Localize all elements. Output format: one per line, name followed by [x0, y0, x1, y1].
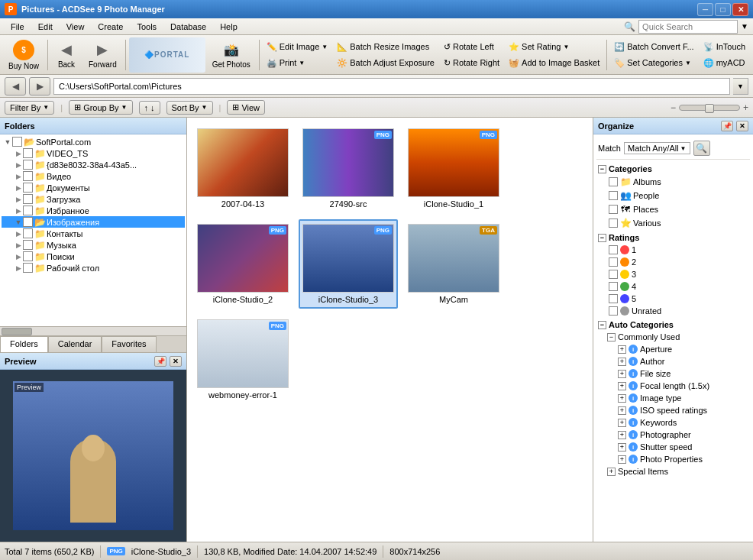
auto-cat-photographer[interactable]: + i Photographer	[596, 429, 750, 441]
expand-icon-fav[interactable]: ▶	[14, 206, 23, 215]
thumbnail-iclone1[interactable]: PNGiClone-Studio_1	[404, 124, 503, 213]
expand-icon-search[interactable]: ▶	[14, 252, 23, 261]
add-basket-button[interactable]: 🧺 Add to Image Basket	[505, 55, 603, 70]
ratings-header[interactable]: −Ratings	[596, 231, 750, 244]
expand-icon-music[interactable]: ▶	[14, 241, 23, 250]
special-items-header[interactable]: +Special Items	[596, 465, 750, 477]
folder-tree-item-search[interactable]: ▶📁Поиски	[2, 251, 185, 262]
folder-checkbox-video[interactable]	[23, 148, 33, 158]
folder-checkbox-download[interactable]	[23, 194, 33, 204]
tab-folders[interactable]: Folders	[0, 336, 48, 353]
view-button[interactable]: ⊞ View	[227, 100, 265, 115]
forward-button[interactable]: ▶ Forward	[83, 37, 122, 73]
match-action-button[interactable]: 🔍	[693, 141, 710, 156]
match-dropdown[interactable]: Match Any/All ▼	[624, 142, 690, 154]
thumbnail-mycam[interactable]: TGAMyCam	[404, 219, 503, 309]
tab-calendar[interactable]: Calendar	[48, 336, 102, 352]
buy-now-button[interactable]: $ Buy Now	[3, 37, 44, 73]
organize-pin-button[interactable]: 📌	[721, 121, 733, 131]
expand-icon-images[interactable]: ▼	[14, 218, 23, 227]
folder-tree[interactable]: ▼📂SoftPortal.com▶📁VIDEO_TS▶📁{d83e8032-38…	[0, 134, 186, 326]
auto-cat-shutter-speed[interactable]: + i Shutter speed	[596, 441, 750, 453]
preview-close-button[interactable]: ✕	[170, 356, 182, 367]
category-checkbox-albums[interactable]	[609, 177, 618, 186]
rating-2[interactable]: 2	[596, 256, 750, 268]
expand-icon-video2[interactable]: ▶	[14, 172, 23, 181]
menu-tools[interactable]: Tools	[131, 21, 163, 33]
expand-icon-docs[interactable]: ▶	[14, 183, 23, 193]
edit-image-button[interactable]: ✏️ Edit Image ▼	[263, 39, 332, 54]
thumbnail-2007[interactable]: 2007-04-13	[193, 124, 292, 213]
folder-checkbox-search[interactable]	[23, 251, 33, 261]
menu-edit[interactable]: Edit	[32, 21, 59, 33]
rating-1[interactable]: 1	[596, 244, 750, 256]
address-bar[interactable]: C:\Users\SoftPortal.com\Pictures	[53, 78, 730, 95]
rating-checkbox-1[interactable]	[609, 245, 618, 254]
search-dropdown-icon[interactable]: ▼	[741, 22, 748, 31]
folder-tree-item-video[interactable]: ▶📁VIDEO_TS	[2, 147, 185, 159]
thumbnail-webmoney[interactable]: PNGwebmoney-error-1	[193, 315, 292, 404]
folder-tree-item-music[interactable]: ▶📁Музыка	[2, 239, 185, 251]
folder-tree-item-desktop[interactable]: ▶📁Рабочий стол	[2, 262, 185, 274]
horizontal-scrollbar[interactable]	[0, 326, 186, 335]
auto-cat-image-type[interactable]: + i Image type	[596, 392, 750, 404]
nav-back-button[interactable]: ◀	[5, 77, 26, 95]
address-dropdown[interactable]: ▼	[733, 78, 748, 95]
myacd-button[interactable]: 🌐 myACD	[700, 55, 750, 70]
set-rating-button[interactable]: ⭐ Set Rating ▼	[505, 39, 603, 54]
expand-icon-desktop[interactable]: ▶	[14, 264, 23, 273]
zoom-thumb[interactable]	[705, 104, 714, 113]
auto-cat-author[interactable]: + i Author	[596, 355, 750, 367]
expand-icon-video[interactable]: ▶	[14, 149, 23, 158]
expand-icon-root[interactable]: ▼	[3, 138, 12, 147]
auto-cat-file-size[interactable]: + i File size	[596, 367, 750, 380]
folder-checkbox-images[interactable]	[23, 217, 33, 227]
rating-checkbox-3[interactable]	[609, 270, 618, 279]
folder-checkbox-d83e[interactable]	[23, 160, 33, 170]
folder-tree-item-contacts[interactable]: ▶📁Контакты	[2, 228, 185, 239]
rating-checkbox-2[interactable]	[609, 257, 618, 267]
folder-checkbox-desktop[interactable]	[23, 263, 33, 273]
tab-favorites[interactable]: Favorites	[102, 336, 156, 352]
batch-resize-button[interactable]: 📐 Batch Resize Images	[333, 39, 438, 54]
folder-checkbox-fav[interactable]	[23, 206, 33, 215]
maximize-button[interactable]: □	[715, 3, 731, 16]
menu-view[interactable]: View	[60, 21, 91, 33]
intouch-button[interactable]: 📡 InTouch	[700, 39, 750, 54]
filter-by-button[interactable]: Filter By ▼	[5, 101, 54, 115]
get-photos-button[interactable]: 📸 Get Photos	[207, 37, 256, 73]
auto-cat-photo-properties[interactable]: + i Photo Properties	[596, 453, 750, 465]
category-checkbox-various[interactable]	[609, 218, 618, 228]
thumbnail-iclone3[interactable]: PNGiClone-Studio_3	[299, 219, 398, 309]
folder-checkbox-root[interactable]	[12, 137, 22, 147]
rating-checkbox-4[interactable]	[609, 282, 618, 291]
batch-convert-button[interactable]: 🔄 Batch Convert F...	[610, 39, 697, 54]
category-checkbox-places[interactable]	[609, 205, 618, 214]
back-button[interactable]: ◀ Back	[51, 37, 82, 73]
menu-database[interactable]: Database	[164, 21, 212, 33]
sort-by-button[interactable]: Sort By ▼	[166, 101, 213, 115]
expand-icon-download[interactable]: ▶	[14, 195, 23, 204]
folder-tree-item-root[interactable]: ▼📂SoftPortal.com	[2, 136, 185, 147]
expand-icon-d83e[interactable]: ▶	[14, 160, 23, 170]
menu-file[interactable]: File	[5, 21, 31, 33]
folder-tree-item-download[interactable]: ▶📁Загрузка	[2, 193, 185, 205]
auto-cat-keywords[interactable]: + i Keywords	[596, 416, 750, 429]
organize-close-button[interactable]: ✕	[736, 121, 748, 131]
group-by-button[interactable]: ⊞ Group By ▼	[69, 100, 132, 115]
rating-unrated[interactable]: Unrated	[596, 305, 750, 317]
zoom-plus-button[interactable]: +	[743, 102, 748, 113]
category-checkbox-people[interactable]	[609, 191, 618, 200]
folder-checkbox-music[interactable]	[23, 240, 33, 250]
rotate-left-button[interactable]: ↺ Rotate Left	[440, 39, 503, 54]
rating-4[interactable]: 4	[596, 280, 750, 293]
rating-checkbox-unrated[interactable]	[609, 306, 618, 316]
rating-3[interactable]: 3	[596, 268, 750, 280]
print-button[interactable]: 🖨️ Print ▼	[263, 55, 332, 70]
close-button[interactable]: ✕	[732, 3, 748, 16]
folder-tree-item-docs[interactable]: ▶📁Документы	[2, 182, 185, 193]
category-places[interactable]: 🗺 Places	[596, 202, 750, 216]
commonly-used-header[interactable]: −Commonly Used	[596, 331, 750, 343]
scroll-thumb[interactable]	[2, 328, 32, 335]
thumbnail-iclone2[interactable]: PNGiClone-Studio_2	[193, 219, 292, 309]
